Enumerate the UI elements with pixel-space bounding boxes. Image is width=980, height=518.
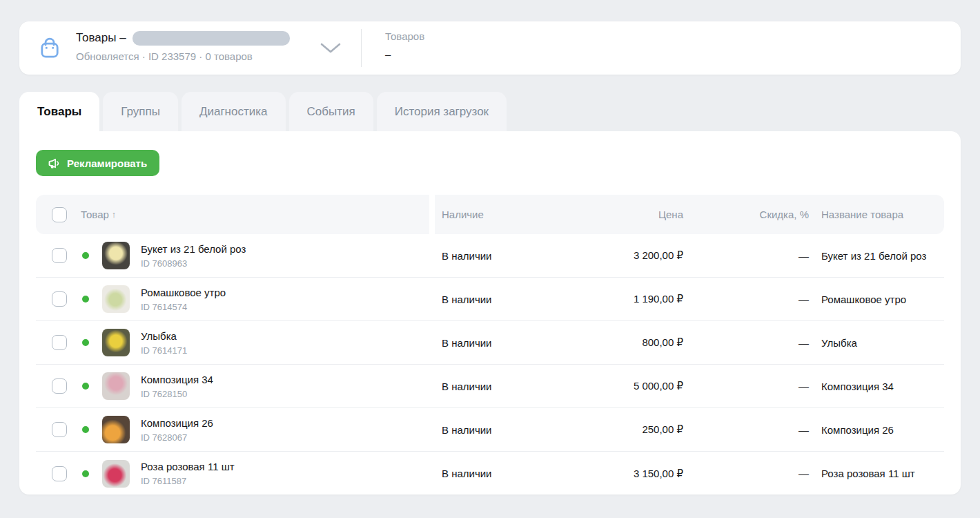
product-name-value: Роза розовая 11 шт bbox=[809, 468, 944, 479]
product-title: Роза розовая 11 шт bbox=[141, 460, 235, 474]
tab-bar: Товары Группы Диагностика События Истори… bbox=[19, 92, 507, 131]
megaphone-icon bbox=[46, 156, 61, 171]
price-value: 3 200,00 ₽ bbox=[600, 249, 683, 262]
column-header-product-name[interactable]: Название товара bbox=[809, 209, 944, 220]
products-stat-label: Товаров bbox=[385, 30, 424, 42]
availability-value: В наличии bbox=[435, 294, 600, 305]
tab-events[interactable]: События bbox=[289, 92, 373, 131]
price-value: 3 150,00 ₽ bbox=[600, 468, 683, 480]
product-name-value: Композиция 34 bbox=[809, 381, 944, 392]
product-id: ID 7614171 bbox=[141, 345, 187, 356]
product-id: ID 7611587 bbox=[141, 475, 235, 487]
row-checkbox[interactable] bbox=[52, 378, 67, 394]
table-header: Товар ↑ Наличие Цена Скидка, % Название … bbox=[36, 195, 944, 234]
shopping-bag-icon bbox=[37, 35, 62, 60]
table-row[interactable]: Роза розовая 11 шт ID 7611587 В наличии … bbox=[36, 452, 944, 495]
row-checkbox[interactable] bbox=[52, 248, 67, 263]
product-thumbnail bbox=[102, 329, 130, 356]
price-value: 250,00 ₽ bbox=[600, 423, 683, 436]
availability-value: В наличии bbox=[435, 381, 600, 392]
row-checkbox[interactable] bbox=[52, 291, 67, 307]
product-thumbnail bbox=[102, 242, 130, 269]
products-stat-value: – bbox=[385, 48, 424, 60]
row-checkbox[interactable] bbox=[52, 466, 67, 481]
price-value: 5 000,00 ₽ bbox=[600, 380, 683, 392]
status-active-dot bbox=[82, 296, 89, 303]
product-name-value: Улыбка bbox=[809, 337, 944, 349]
availability-value: В наличии bbox=[435, 250, 600, 262]
column-header-price[interactable]: Цена bbox=[600, 209, 683, 220]
product-title: Букет из 21 белой роз bbox=[141, 242, 246, 256]
products-panel: Рекламировать Товар ↑ Наличие Цена Скидк… bbox=[19, 131, 961, 495]
row-checkbox[interactable] bbox=[52, 422, 67, 437]
product-id: ID 7608963 bbox=[141, 258, 246, 269]
column-header-product[interactable]: Товар bbox=[81, 209, 109, 220]
price-value: 1 190,00 ₽ bbox=[600, 293, 683, 305]
table-header-product-section: Товар ↑ bbox=[36, 195, 429, 234]
status-active-dot bbox=[82, 470, 89, 477]
product-name-value: Композиция 26 bbox=[809, 424, 944, 436]
catalog-title: Товары – bbox=[76, 31, 126, 45]
discount-value: — bbox=[683, 294, 809, 305]
table-row[interactable]: Композиция 26 ID 7628067 В наличии 250,0… bbox=[36, 408, 944, 452]
product-title: Композиция 34 bbox=[141, 373, 213, 387]
discount-value: — bbox=[683, 381, 809, 392]
price-value: 800,00 ₽ bbox=[600, 336, 683, 349]
status-active-dot bbox=[82, 252, 89, 259]
table-row[interactable]: Букет из 21 белой роз ID 7608963 В налич… bbox=[36, 234, 944, 278]
advertise-button[interactable]: Рекламировать bbox=[36, 150, 159, 176]
product-thumbnail bbox=[102, 416, 130, 443]
table-row[interactable]: Композиция 34 ID 7628150 В наличии 5 000… bbox=[36, 365, 944, 408]
products-stat: Товаров – bbox=[385, 30, 424, 60]
select-all-checkbox[interactable] bbox=[52, 207, 67, 222]
status-active-dot bbox=[82, 383, 89, 390]
availability-value: В наличии bbox=[435, 468, 600, 479]
availability-value: В наличии bbox=[435, 337, 600, 349]
availability-value: В наличии bbox=[435, 424, 600, 436]
discount-value: — bbox=[683, 337, 809, 349]
product-thumbnail bbox=[102, 460, 130, 488]
product-title: Композиция 26 bbox=[141, 416, 213, 430]
table-row[interactable]: Улыбка ID 7614171 В наличии 800,00 ₽ — У… bbox=[36, 321, 944, 365]
catalog-name-redacted bbox=[133, 31, 290, 46]
tab-products[interactable]: Товары bbox=[19, 92, 99, 131]
discount-value: — bbox=[683, 424, 809, 436]
product-name-value: Ромашковое утро bbox=[809, 294, 944, 305]
discount-value: — bbox=[683, 468, 809, 479]
products-table: Товар ↑ Наличие Цена Скидка, % Название … bbox=[36, 195, 944, 495]
product-title: Улыбка bbox=[141, 329, 187, 343]
tab-diagnostics[interactable]: Диагностика bbox=[182, 92, 286, 131]
product-thumbnail bbox=[102, 372, 130, 400]
column-header-availability[interactable]: Наличие bbox=[435, 209, 600, 220]
product-title: Ромашковое утро bbox=[141, 286, 226, 300]
status-active-dot bbox=[82, 339, 89, 346]
sort-ascending-icon[interactable]: ↑ bbox=[112, 209, 117, 220]
catalog-title-block: Товары – Обновляется · ID 233579 · 0 тов… bbox=[76, 29, 290, 62]
table-header-details-section: Наличие Цена Скидка, % Название товара bbox=[435, 195, 944, 234]
header-divider bbox=[361, 29, 362, 67]
advertise-button-label: Рекламировать bbox=[67, 157, 147, 169]
tab-upload-history[interactable]: История загрузок bbox=[377, 92, 507, 131]
product-id: ID 7628150 bbox=[141, 388, 213, 400]
product-id: ID 7614574 bbox=[141, 301, 226, 313]
status-active-dot bbox=[82, 426, 89, 433]
catalog-subtitle: Обновляется · ID 233579 · 0 товаров bbox=[76, 50, 290, 62]
column-header-discount[interactable]: Скидка, % bbox=[683, 209, 809, 220]
product-id: ID 7628067 bbox=[141, 432, 213, 443]
discount-value: — bbox=[683, 250, 809, 262]
catalog-header-card: Товары – Обновляется · ID 233579 · 0 тов… bbox=[19, 21, 961, 75]
tab-groups[interactable]: Группы bbox=[103, 92, 178, 131]
table-row[interactable]: Ромашковое утро ID 7614574 В наличии 1 1… bbox=[36, 278, 944, 321]
product-name-value: Букет из 21 белой роз bbox=[809, 250, 944, 262]
product-thumbnail bbox=[102, 285, 130, 313]
row-checkbox[interactable] bbox=[52, 335, 67, 350]
chevron-down-icon[interactable] bbox=[319, 41, 342, 55]
